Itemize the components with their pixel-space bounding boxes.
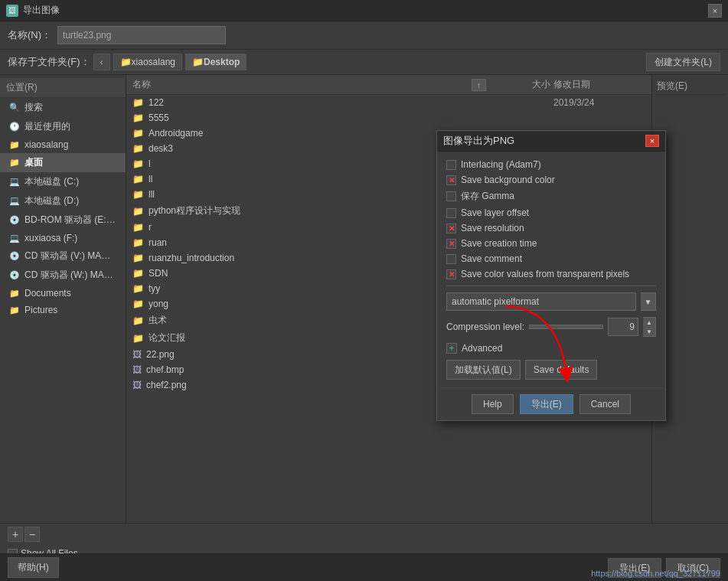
save-bg-color-label: Save background color (461, 175, 555, 185)
app-icon: 🖼 (6, 5, 18, 17)
option-interlacing: Interlacing (Adam7) (446, 159, 656, 170)
save-resolution-label: Save resolution (461, 223, 524, 233)
sidebar-item-search[interactable]: 🔍 搜索 (0, 98, 126, 117)
option-save-creation-time: ✕ Save creation time (446, 238, 656, 249)
file-icon: 📁 (132, 97, 144, 108)
drive-icon: 💻 (9, 177, 20, 188)
save-bg-color-checkbox[interactable]: ✕ (446, 175, 456, 185)
file-icon: 📁 (132, 315, 144, 326)
pixelformat-dropdown-arrow[interactable]: ▼ (641, 292, 656, 311)
col-name-header: 名称 (132, 78, 468, 91)
pixelformat-select[interactable]: automatic pixelformat (446, 292, 636, 311)
file-name: chef2.png (146, 380, 483, 390)
file-icon: 📁 (132, 128, 144, 139)
save-comment-checkbox[interactable] (446, 254, 456, 264)
compression-input[interactable] (608, 318, 638, 336)
sidebar-item-drive-c[interactable]: 💻 本地磁盘 (C:) (0, 172, 126, 191)
path-crumb-xiaosalang[interactable]: 📁 xiaosalang (113, 54, 182, 70)
file-icon: 📁 (132, 283, 144, 294)
save-creation-time-label: Save creation time (461, 238, 537, 249)
dialog-close-button[interactable]: × (645, 135, 659, 147)
dialog-body: Interlacing (Adam7) ✕ Save background co… (437, 152, 665, 387)
file-name: 22.png (146, 349, 483, 360)
sidebar: 位置(R) 🔍 搜索 🕐 最近使用的 📁 xiaosalang 📁 桌面 💻 本… (0, 75, 126, 523)
drive-icon: 💻 (9, 233, 20, 243)
search-icon: 🔍 (9, 103, 20, 113)
window-close-button[interactable]: × (708, 4, 722, 18)
dialog-export-button[interactable]: 导出(E) (520, 394, 573, 414)
sidebar-item-drive-f[interactable]: 💻 xuxiaosa (F:) (0, 230, 126, 246)
window-title: 导出图像 (23, 4, 708, 17)
compression-spinners: ▲ ▼ (643, 317, 656, 337)
watermark: https://blog.csdn.net/qq_32711799 (591, 569, 720, 578)
compression-down-button[interactable]: ▼ (643, 327, 655, 336)
compression-up-button[interactable]: ▲ (643, 318, 655, 327)
sidebar-item-pictures[interactable]: 📁 Pictures (0, 302, 126, 318)
option-save-layer-offset: Save layer offset (446, 207, 656, 218)
dialog-help-button[interactable]: Help (472, 394, 514, 414)
compression-row: Compression level: ▲ ▼ (446, 317, 656, 337)
nav-back-button[interactable]: ‹ (93, 54, 110, 70)
disc-icon: 💿 (9, 270, 20, 281)
option-save-gamma: 保存 Gamma (446, 190, 656, 203)
add-folder-button[interactable]: + (8, 527, 23, 542)
list-item[interactable]: 📁 122 2019/3/24 (126, 95, 651, 110)
file-name: lll (149, 189, 483, 200)
title-bar: 🖼 导出图像 × (0, 0, 728, 21)
save-creation-time-checkbox[interactable]: ✕ (446, 239, 456, 249)
pixelformat-row: automatic pixelformat ▼ (446, 292, 656, 311)
sidebar-item-documents[interactable]: 📁 Documents (0, 285, 126, 302)
save-resolution-checkbox[interactable]: ✕ (446, 224, 456, 233)
option-save-resolution: ✕ Save resolution (446, 223, 656, 233)
filename-input[interactable] (57, 26, 226, 44)
file-icon: 🖼 (132, 380, 142, 390)
file-name: chef.bmp (146, 364, 483, 375)
filename-label: 名称(N)： (8, 28, 51, 42)
help-button[interactable]: 帮助(H) (8, 557, 59, 578)
file-name: 5555 (149, 113, 483, 123)
save-defaults-button[interactable]: Save defaults (525, 360, 598, 380)
option-save-comment: Save comment (446, 253, 656, 264)
save-layer-offset-checkbox[interactable] (446, 208, 456, 218)
folder-icon: 📁 (120, 57, 132, 67)
sidebar-item-recent[interactable]: 🕐 最近使用的 (0, 117, 126, 136)
file-icon: 📁 (132, 113, 144, 123)
sidebar-item-cd-w[interactable]: 💿 CD 驱动器 (W:) MA… (0, 266, 126, 285)
save-color-values-label: Save color values from transparent pixel… (461, 269, 629, 279)
save-color-values-checkbox[interactable]: ✕ (446, 269, 456, 279)
sidebar-item-drive-d[interactable]: 💻 本地磁盘 (D:) (0, 191, 126, 211)
save-layer-offset-label: Save layer offset (461, 207, 529, 218)
sidebar-item-xiaosalang[interactable]: 📁 xiaosalang (0, 136, 126, 153)
file-icon: 📁 (132, 222, 144, 233)
save-gamma-checkbox[interactable] (446, 191, 456, 201)
defaults-buttons: 加载默认值(L) Save defaults (446, 360, 656, 380)
dialog-footer: Help 导出(E) Cancel (437, 387, 665, 420)
add-remove-buttons: + − (8, 527, 40, 542)
sidebar-item-cd-v[interactable]: 💿 CD 驱动器 (V:) MA… (0, 246, 126, 266)
list-item[interactable]: 📁 5555 (126, 110, 651, 126)
remove-folder-button[interactable]: − (24, 527, 40, 542)
preview-header: 预览(E) (655, 78, 725, 95)
sidebar-item-bdrom[interactable]: 💿 BD-ROM 驱动器 (E:… (0, 211, 126, 230)
file-name: yong (149, 299, 483, 309)
file-icon: 🖼 (132, 349, 142, 360)
file-name: python程序设计与实现 (149, 204, 483, 217)
interlacing-label: Interlacing (Adam7) (461, 159, 541, 170)
file-name: 122 (149, 97, 483, 108)
filename-row: 名称(N)： (0, 21, 728, 50)
col-date-header: 修改日期 (553, 78, 645, 91)
interlacing-checkbox[interactable] (446, 160, 456, 170)
sidebar-item-desktop[interactable]: 📁 桌面 (0, 153, 126, 172)
dialog-cancel-button[interactable]: Cancel (579, 394, 631, 414)
file-name: ruan (149, 237, 483, 248)
file-icon: 📁 (132, 158, 144, 169)
load-defaults-button[interactable]: 加载默认值(L) (446, 360, 521, 380)
create-folder-button[interactable]: 创建文件夹(L) (646, 53, 720, 71)
advanced-toggle-button[interactable]: + (446, 343, 457, 354)
folder-icon: 📁 (9, 305, 20, 315)
path-crumb-desktop[interactable]: 📁 Desktop (185, 54, 246, 70)
png-export-dialog: 图像导出为PNG × Interlacing (Adam7) ✕ Save ba… (436, 130, 666, 421)
col-size-header: 大小 (489, 78, 550, 91)
file-name: tyy (149, 283, 483, 294)
sort-button[interactable]: ↑ (472, 79, 487, 91)
